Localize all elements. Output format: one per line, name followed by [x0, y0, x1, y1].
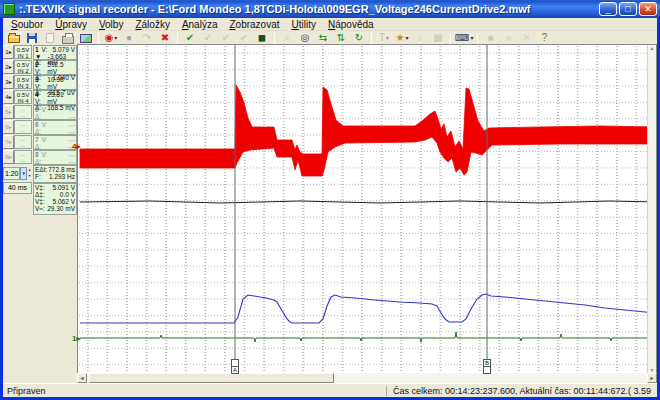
scroll-right-icon[interactable]: ►	[647, 373, 657, 383]
scroll-up-icon[interactable]: ▲	[650, 45, 655, 51]
channel-1-range-box[interactable]: 0.5VIN 1	[14, 45, 32, 59]
channel-4-button[interactable]: 4▸	[3, 90, 14, 104]
keyboard-settings-button[interactable]: ⌨▾	[455, 32, 473, 45]
channel-6-button[interactable]: 6▸	[3, 120, 14, 134]
measurement-column: 1 V:5.079 V▼ Δ:-3.663 mV2 V:592.5 mV Δ:1…	[33, 45, 77, 215]
horizontal-scrollbar[interactable]: ◄ ►	[77, 373, 657, 383]
measure-channel-number: 8	[35, 151, 39, 158]
channel-4-level-marker[interactable]: 4▸	[72, 143, 80, 151]
validate-button[interactable]: ✔	[182, 32, 198, 45]
trash-button[interactable]: ▦	[430, 32, 446, 45]
pan-horizontal-button[interactable]: ⇆	[315, 32, 331, 45]
stop-record-button[interactable]: ●	[121, 32, 137, 45]
close-file-icon: ✕	[522, 33, 530, 43]
channel-row: 2▸0.5VIN 2	[3, 60, 32, 75]
menu-item-7[interactable]: Nápověda	[322, 19, 380, 30]
record-button[interactable]: ◉▾	[103, 32, 119, 45]
image-export-button[interactable]	[78, 32, 94, 45]
channel-8-button[interactable]: 8▸	[3, 150, 14, 164]
measure-row-3: 3 V:10.98 mV Δ:-915.7 uV	[33, 75, 77, 90]
text-tool-button[interactable]: T▾	[376, 32, 392, 45]
channel-row: 4▸0.5VIN 4	[3, 90, 32, 105]
channel-2-button[interactable]: 2▸	[3, 60, 14, 74]
search-button[interactable]: ◎	[297, 32, 313, 45]
channel-5-range-box[interactable]: ----	[14, 105, 32, 119]
check-wave-1-button[interactable]: ✔	[200, 32, 216, 45]
menu-item-3[interactable]: Záložky	[129, 19, 175, 30]
check-wave-3-button[interactable]: ✔	[236, 32, 252, 45]
check-wave-1-icon: ✔	[204, 33, 212, 43]
channel-2-range-box[interactable]: 0.5VIN 2	[14, 60, 32, 74]
menu-item-2[interactable]: Volby	[93, 19, 129, 30]
menu-item-1[interactable]: Úpravy	[49, 19, 93, 30]
title-bar[interactable]: :.TEXVIK signal recorder - E:\Ford Monde…	[0, 0, 660, 18]
delete-record-button[interactable]: ✖	[157, 32, 173, 45]
scroll-down-icon[interactable]: ▼	[650, 367, 655, 373]
channel-5-button[interactable]: 5▸	[3, 105, 14, 119]
channel-8-range-box[interactable]: ----	[14, 150, 32, 164]
stop-button[interactable]: ■	[482, 32, 498, 45]
check-wave-3-icon: ✔	[240, 33, 248, 43]
pan-horizontal-icon: ⇆	[319, 33, 327, 43]
vertical-scrollbar[interactable]: ▲ ▼	[647, 45, 656, 373]
spin-up-icon[interactable]: ▴	[29, 167, 31, 172]
cursor-B-label[interactable]: B	[483, 359, 491, 367]
revert-button[interactable]: ↷	[139, 32, 155, 45]
zoom-button[interactable]: ⌕	[279, 32, 295, 45]
copy-button[interactable]	[42, 32, 58, 45]
measure-row-6: 6 V:-.- Δ:-.-	[33, 120, 77, 135]
menu-item-5[interactable]: Zobrazovat	[223, 19, 285, 30]
channel-3-range-box[interactable]: 0.5VIN 3	[14, 75, 32, 89]
menu-item-0[interactable]: Soubor	[5, 19, 49, 30]
screen-view-button[interactable]: ◼	[254, 32, 270, 45]
channel-4-range-box[interactable]: 0.5VIN 4	[14, 90, 32, 104]
channel-7-range-box[interactable]: ----	[14, 135, 32, 149]
cursor-B-handle[interactable]	[483, 366, 491, 374]
scroll-left-icon[interactable]: ◄	[77, 373, 87, 383]
pan-vertical-button[interactable]: ⇅	[333, 32, 349, 45]
channel-1-level-marker[interactable]: 1▸	[72, 335, 80, 343]
scale-ratio-value[interactable]: 1:20	[3, 167, 20, 180]
spin-down-icon[interactable]: ▾	[29, 173, 31, 178]
help-button[interactable]: ?	[536, 32, 552, 45]
refresh-view-button[interactable]: ↻	[351, 32, 367, 45]
menu-item-6[interactable]: Utility	[286, 19, 322, 30]
download-marker-button[interactable]: ↓	[412, 32, 428, 45]
validate-icon: ✔	[186, 33, 194, 43]
maximize-button[interactable]: □	[619, 2, 637, 16]
check-wave-2-button[interactable]: ✔	[218, 32, 234, 45]
channel-3-button[interactable]: 3▸	[3, 75, 14, 89]
trace-channel-3-black	[80, 201, 656, 203]
signal-plot[interactable]: ▲ ▼ AB4▸1▸	[77, 44, 657, 374]
measure-delta-value: -.-	[69, 114, 75, 121]
measure-row-2: 2 V:592.5 mV Δ:1.040 V	[33, 60, 77, 75]
bookmark-button[interactable]: ★▾	[394, 32, 410, 45]
close-file-button[interactable]: ✕	[518, 32, 534, 45]
menu-item-4[interactable]: Analýza	[176, 19, 224, 30]
measure-delta-label: Δ:	[35, 159, 41, 166]
print-button[interactable]	[60, 32, 76, 45]
download-marker-icon: ↓	[418, 33, 423, 43]
timebase-value[interactable]: 40 ms	[3, 182, 32, 194]
bookmark-icon: ★	[396, 33, 405, 43]
scrollbar-thumb[interactable]	[89, 373, 334, 383]
minimize-button[interactable]: _	[599, 2, 617, 16]
interval-freq-line: F:1.293 Hz	[35, 174, 75, 181]
scale-dropdown-icon[interactable]: ▾	[20, 167, 27, 180]
save-button[interactable]	[24, 32, 40, 45]
cursor-A-label[interactable]: A	[231, 366, 239, 374]
channel-row: 3▸0.5VIN 3	[3, 75, 32, 90]
channel-6-range-box[interactable]: ----	[14, 120, 32, 134]
channel-7-button[interactable]: 7▸	[3, 135, 14, 149]
close-button[interactable]: ✕	[639, 2, 657, 16]
stop-icon: ■	[487, 33, 493, 43]
dropdown-arrow-icon: ▾	[405, 35, 408, 41]
stats-box: V‡:5.091 VΔ‡:0.0 VV‡:5.062 VV≈:29.30 mV	[33, 183, 77, 215]
scrollbar-track[interactable]	[87, 373, 647, 383]
channel-1-button[interactable]: 1▸	[3, 45, 14, 59]
open-button[interactable]	[6, 32, 22, 45]
dropdown-arrow-icon: ▾	[470, 35, 473, 41]
pause-button[interactable]: ■	[500, 32, 516, 45]
measure-delta-value: -.-	[69, 129, 75, 136]
scale-spinner[interactable]: ▴▾	[27, 167, 32, 180]
